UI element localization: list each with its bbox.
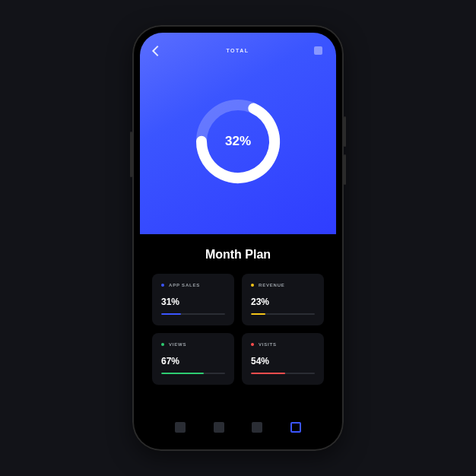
screen: TOTAL 32% Month Plan AP [140,33,336,443]
dot-icon [161,284,164,287]
progress-fill [161,373,204,374]
card-value: 54% [251,356,315,367]
hero-section: TOTAL 32% [140,33,336,234]
phone-frame: TOTAL 32% Month Plan AP [132,25,344,451]
tab-1[interactable] [175,422,186,433]
card-label: APP SALES [169,283,200,287]
menu-icon[interactable] [314,46,322,55]
card-label: VIEWS [169,342,186,347]
card-label: REVENUE [259,283,285,287]
card-app-sales[interactable]: APP SALES 31% [152,274,234,325]
tab-2[interactable] [214,422,224,433]
progress-ring: 32% [189,49,287,234]
month-plan-panel: Month Plan APP SALES 31% REVENUE [140,234,336,443]
card-revenue[interactable]: REVENUE 23% [242,274,324,325]
dot-icon [251,284,254,287]
progress-fill [251,373,285,374]
progress-track [251,373,315,374]
progress-fill [161,313,181,315]
tab-3[interactable] [252,422,262,433]
progress-track [161,313,225,315]
tab-bar [152,411,324,443]
metrics-grid: APP SALES 31% REVENUE 23% [152,274,324,385]
progress-track [161,373,225,374]
card-value: 31% [161,297,225,307]
card-views[interactable]: VIEWS 67% [152,333,234,385]
progress-value: 32% [225,134,251,149]
tab-4[interactable] [290,422,301,433]
panel-title: Month Plan [152,248,324,262]
card-value: 67% [161,356,225,367]
progress-track [251,313,315,315]
dot-icon [251,343,254,346]
card-label: VISITS [259,342,277,347]
card-visits[interactable]: VISITS 54% [242,333,324,385]
back-icon[interactable] [152,45,163,56]
progress-fill [251,313,265,315]
dot-icon [161,343,164,346]
card-value: 23% [251,297,315,307]
